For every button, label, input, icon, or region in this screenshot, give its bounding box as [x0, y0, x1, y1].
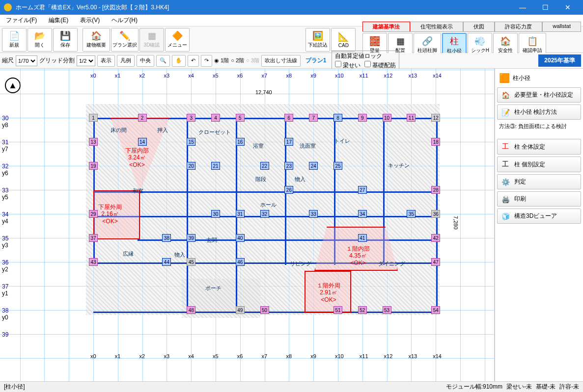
menu-help[interactable]: ヘルプ(H) [110, 15, 139, 26]
foundation-checkbox[interactable]: 基礎配筋 [364, 61, 396, 70]
pillar-marker[interactable]: 44 [162, 258, 171, 266]
pillar-marker[interactable]: 46 [236, 258, 245, 266]
redo-button[interactable]: ↷ [201, 55, 212, 67]
pillar-marker[interactable]: 54 [431, 306, 440, 314]
pillar-marker[interactable]: 43 [89, 258, 98, 266]
3d-viewer-button[interactable]: 🧊構造3Dビューア [497, 209, 581, 224]
tab-fusezu[interactable]: 伏図 [463, 22, 495, 31]
pillar-marker[interactable]: 21 [211, 162, 220, 170]
auto-lock-group: 自動算定値ロック 梁せい 基礎配筋 [332, 51, 400, 71]
pillar-marker[interactable]: 22 [260, 162, 269, 170]
pillar-marker[interactable]: 33 [309, 210, 318, 218]
pillar-marker[interactable]: 11 [407, 114, 416, 122]
status-module: モジュール幅:910mm [446, 383, 502, 391]
pillar-marker[interactable]: 19 [89, 162, 98, 170]
column-individual-settings-button[interactable]: 工柱 個別設定 [497, 157, 581, 172]
menu-view[interactable]: 表示(V) [78, 15, 102, 26]
scale-label: 縮尺 [2, 56, 14, 65]
image-load-button[interactable]: 🖼️下絵読込 [305, 28, 330, 52]
legend-button[interactable]: 凡例 [117, 55, 135, 67]
pillar-marker[interactable]: 40 [236, 234, 245, 242]
pillar-marker[interactable]: 25 [333, 162, 342, 170]
pillar-marker[interactable]: 9 [358, 114, 367, 122]
pillar-marker[interactable]: 10 [383, 114, 391, 122]
pillar-marker[interactable]: 18 [431, 138, 440, 146]
floor-2-radio[interactable]: ○ 2階 [231, 57, 244, 64]
pillar-marker[interactable]: 6 [284, 114, 293, 122]
cad-button[interactable]: 📐CAD [331, 28, 356, 52]
floor-plan-canvas[interactable]: ▲ // grid drawn after data load below 12… [0, 69, 495, 381]
pillar-marker[interactable]: 34 [358, 210, 367, 218]
pillar-marker[interactable]: 50 [260, 306, 269, 314]
pillar-marker[interactable]: 5 [236, 114, 245, 122]
menu-button[interactable]: 🔶メニュー [165, 28, 190, 52]
tab-wallstat[interactable]: wallstat [542, 22, 581, 31]
pillar-marker[interactable]: 38 [162, 234, 171, 242]
pillar-marker[interactable]: 14 [138, 138, 147, 146]
pillar-marker[interactable]: 15 [187, 138, 195, 146]
pillar-marker[interactable]: 23 [284, 162, 293, 170]
print-button[interactable]: 🖨️印刷 [497, 191, 581, 207]
undo-button[interactable]: ↶ [188, 55, 199, 67]
show-button[interactable]: 表示 [97, 55, 115, 67]
center-button[interactable]: 中央 [137, 55, 154, 67]
plan-select-button[interactable]: ✏️プラン選択 [111, 28, 139, 52]
column-all-settings-button[interactable]: 工柱 全体設定 [497, 139, 581, 155]
save-button[interactable]: 💾保存 [53, 28, 78, 52]
column-method-button[interactable]: 📝柱小径 検討方法 [497, 105, 581, 120]
pillar-marker[interactable]: 27 [358, 186, 367, 194]
tab-allow[interactable]: 許容応力度 [495, 22, 542, 31]
pillar-marker[interactable]: 29 [89, 210, 98, 218]
building-overview-button[interactable]: 🏠建物概要 [83, 28, 110, 52]
pillar-marker[interactable]: 12 [431, 114, 440, 122]
pillar-marker[interactable]: 39 [187, 234, 195, 242]
pillar-marker[interactable]: 1 [89, 114, 98, 122]
pillar-marker[interactable]: 20 [187, 162, 195, 170]
new-button[interactable]: 📄新規 [2, 28, 27, 52]
open-button[interactable]: 📂開く [28, 28, 52, 52]
pillar-marker[interactable]: 31 [236, 210, 245, 218]
pillar-marker[interactable]: 49 [236, 306, 245, 314]
pan-button[interactable]: ✋ [172, 55, 186, 67]
tab-perf[interactable]: 住宅性能表示 [410, 22, 463, 31]
pillar-marker[interactable]: 30 [211, 210, 220, 218]
pillar-marker[interactable]: 16 [236, 138, 245, 146]
floor-1-radio[interactable]: ◉ 1階 [214, 57, 229, 64]
menu-edit[interactable]: 編集(E) [47, 15, 70, 26]
pillar-marker[interactable]: 7 [309, 114, 318, 122]
maximize-button[interactable]: ☐ [534, 0, 556, 15]
minimize-button[interactable]: ― [511, 0, 534, 15]
scale-select[interactable]: 1/70 [16, 55, 37, 66]
pillar-marker[interactable]: 8 [333, 114, 342, 122]
tab-law[interactable]: 建築基準法 [362, 22, 410, 31]
pillar-marker[interactable]: 53 [383, 306, 391, 314]
3d-confirm-button[interactable]: ▦3D確認 [139, 28, 164, 52]
pillar-marker[interactable]: 24 [309, 162, 318, 170]
pillar-marker[interactable]: 28 [431, 186, 440, 194]
pillar-marker[interactable]: 37 [89, 234, 98, 242]
pillar-marker[interactable]: 42 [431, 234, 440, 242]
blowout-dimension-button[interactable]: 吹出し寸法線 [261, 55, 301, 67]
pillar-marker[interactable]: 3 [187, 114, 195, 122]
grid-select[interactable]: 1/2 [77, 55, 95, 66]
pillar-marker[interactable]: 26 [284, 186, 293, 194]
pillar-marker[interactable]: 2 [138, 114, 147, 122]
pillar-marker[interactable]: 36 [431, 210, 440, 218]
required-wall-column-button[interactable]: 🏠必要壁量・柱小径設定 [497, 87, 581, 103]
zoom-button[interactable]: 🔍 [156, 55, 170, 67]
pillar-marker[interactable]: 52 [358, 306, 367, 314]
pillar-marker[interactable]: 47 [431, 258, 440, 266]
pillar-marker[interactable]: 32 [260, 210, 269, 218]
pillar-marker[interactable]: 17 [284, 138, 293, 146]
pillar-marker[interactable]: 51 [333, 306, 342, 314]
beam-checkbox[interactable]: 梁せい [335, 61, 361, 70]
menu-file[interactable]: ファイル(F) [4, 15, 39, 26]
pillar-marker[interactable]: 4 [211, 114, 220, 122]
pillar-marker[interactable]: 41 [358, 234, 367, 242]
close-button[interactable]: ✕ [556, 0, 579, 15]
pillar-marker[interactable]: 45 [187, 258, 195, 266]
judge-button[interactable]: ⚙️判定 [497, 174, 581, 189]
pillar-marker[interactable]: 13 [89, 138, 98, 146]
pillar-marker[interactable]: 35 [407, 210, 416, 218]
pillar-marker[interactable]: 48 [187, 306, 195, 314]
